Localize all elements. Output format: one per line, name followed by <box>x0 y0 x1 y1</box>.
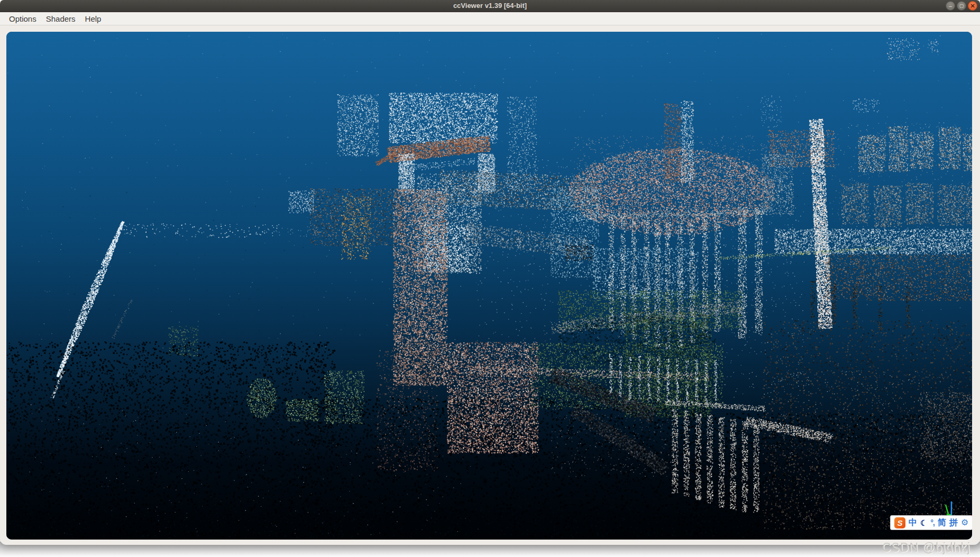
settings-gear-icon[interactable]: ⚙ <box>961 518 968 527</box>
menu-help[interactable]: Help <box>80 13 106 24</box>
sogou-logo-letter: S <box>897 518 902 527</box>
minimize-icon: – <box>949 3 952 9</box>
titlebar[interactable]: ccViewer v1.39 [64-bit] – ▢ ✕ <box>0 0 980 12</box>
ccviewer-window: ccViewer v1.39 [64-bit] – ▢ ✕ Options Sh… <box>0 0 980 545</box>
maximize-button[interactable]: ▢ <box>957 1 966 11</box>
moon-icon[interactable]: ☾ <box>920 519 927 527</box>
viewport-3d[interactable]: S 中 ☾ °, 简 拼 ⚙ <box>6 32 972 540</box>
window-controls: – ▢ ✕ <box>946 1 977 11</box>
menu-options[interactable]: Options <box>4 13 41 24</box>
ime-mode-chinese[interactable]: 中 <box>909 518 917 527</box>
watermark: CSDN @bjdhkj <box>882 541 970 555</box>
window-title: ccViewer v1.39 [64-bit] <box>0 2 980 10</box>
minimize-button[interactable]: – <box>946 1 955 11</box>
ime-toolbar[interactable]: S 中 ☾ °, 简 拼 ⚙ <box>890 515 972 530</box>
y-axis-green <box>946 505 948 514</box>
close-button[interactable]: ✕ <box>968 1 977 11</box>
ime-pinyin[interactable]: 拼 <box>949 518 958 527</box>
ime-simplified[interactable]: 简 <box>938 518 946 527</box>
sogou-logo[interactable]: S <box>894 517 905 528</box>
pointcloud-canvas[interactable] <box>6 32 972 540</box>
close-icon: ✕ <box>970 3 975 10</box>
ime-punctuation[interactable]: °, <box>930 519 935 526</box>
menu-shaders[interactable]: Shaders <box>41 13 80 24</box>
maximize-icon: ▢ <box>959 3 964 8</box>
menubar: Options Shaders Help <box>0 13 980 25</box>
